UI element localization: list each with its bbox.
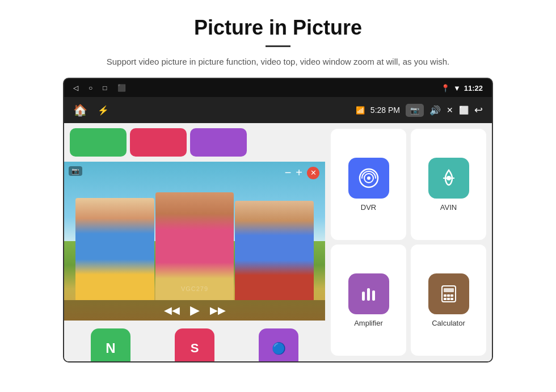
app-icon-purple[interactable] <box>190 128 247 157</box>
app-bar-right: 📶 5:28 PM 📷 🔊 ✕ ⬜ ↩ <box>356 104 483 117</box>
svg-rect-11 <box>447 294 450 297</box>
person-1 <box>75 198 154 300</box>
amplifier-icon <box>348 273 389 314</box>
play-button[interactable]: ▶ <box>190 303 200 318</box>
pip-controls[interactable]: − + ✕ <box>279 162 325 184</box>
svg-rect-14 <box>447 298 450 300</box>
title-divider <box>266 45 290 47</box>
video-area[interactable]: 📷 − + ✕ ◀◀ ▶ ▶▶ <box>64 162 325 321</box>
app-tile-dvr[interactable]: DVR <box>331 129 406 240</box>
location-icon: 📍 <box>441 84 450 92</box>
pip-panel: 📷 − + ✕ ◀◀ ▶ ▶▶ <box>64 123 325 321</box>
back-nav-icon[interactable]: ◁ <box>73 84 78 92</box>
pip-close-icon: ✕ <box>310 168 317 177</box>
signal-icon: ▼ <box>453 84 461 92</box>
recents-nav-icon[interactable]: □ <box>103 84 107 92</box>
svg-rect-6 <box>367 288 370 301</box>
camera-button[interactable]: 📷 <box>406 104 424 117</box>
svg-rect-9 <box>444 288 454 292</box>
calculator-label: Calculator <box>432 319 465 327</box>
app-item-siriusxm[interactable]: S SiriusXM <box>170 328 220 363</box>
app-bar-left: 🏠 ⚡ <box>73 103 109 117</box>
status-bar: ◁ ○ □ ⬛ 📍 ▼ 11:22 <box>64 79 492 97</box>
apps-panel: DVR AVIN <box>325 123 492 361</box>
app-tile-amplifier[interactable]: Amplifier <box>331 245 406 356</box>
home-icon[interactable]: 🏠 <box>73 103 87 117</box>
camera-icon: 📷 <box>410 106 419 115</box>
app-icon-pink[interactable] <box>130 128 187 157</box>
main-content: 📷 − + ✕ ◀◀ ▶ ▶▶ <box>64 123 492 361</box>
app-tile-calculator[interactable]: Calculator <box>411 245 486 356</box>
app-item-netflix[interactable]: N Netflix <box>86 328 136 363</box>
svg-rect-12 <box>450 294 453 297</box>
volume-icon[interactable]: 🔊 <box>429 105 441 116</box>
pip-minus-button[interactable]: − <box>285 166 292 179</box>
video-playback-controls[interactable]: ◀◀ ▶ ▶▶ <box>64 300 325 321</box>
person-3 <box>235 201 314 300</box>
page-header: Picture in Picture Support video picture… <box>0 0 556 78</box>
status-time: 11:22 <box>464 84 483 92</box>
bottom-apps-row: N Netflix S SiriusXM 🔵 Wheelkey Study <box>64 321 325 363</box>
watermark: VGC279 <box>181 285 208 292</box>
app-item-wheelkey[interactable]: 🔵 Wheelkey Study <box>254 328 304 363</box>
wifi-icon: 📶 <box>356 106 365 115</box>
pip-camera-icon: 📷 <box>71 167 79 175</box>
netflix-icon: N <box>91 328 130 363</box>
app-bar: 🏠 ⚡ 📶 5:28 PM 📷 🔊 ✕ ⬜ ↩ <box>64 97 492 123</box>
siriusxm-icon: S <box>175 328 214 363</box>
avin-icon <box>428 158 469 199</box>
people-group <box>75 187 314 300</box>
page-subtitle: Support video picture in picture functio… <box>34 55 522 69</box>
amplifier-label: Amplifier <box>354 319 383 327</box>
app-bar-time: 5:28 PM <box>370 106 400 115</box>
svg-rect-15 <box>450 298 453 300</box>
page-title: Picture in Picture <box>34 16 522 40</box>
next-button[interactable]: ▶▶ <box>210 304 226 317</box>
back-app-icon[interactable]: ↩ <box>474 104 483 116</box>
svg-rect-7 <box>372 290 375 301</box>
svg-rect-5 <box>362 292 365 301</box>
pip-close-button[interactable]: ✕ <box>307 167 319 179</box>
person-2 <box>155 192 234 300</box>
dvr-icon <box>348 158 389 199</box>
status-bar-right: 📍 ▼ 11:22 <box>441 84 483 92</box>
status-bar-nav: ◁ ○ □ ⬛ <box>73 84 126 92</box>
svg-rect-10 <box>444 294 447 297</box>
close-x-icon[interactable]: ✕ <box>447 106 453 115</box>
pip-window-icon[interactable]: ⬜ <box>459 106 469 115</box>
app-tile-avin[interactable]: AVIN <box>411 129 486 240</box>
app-icon-green[interactable] <box>70 128 127 157</box>
svg-rect-13 <box>444 298 447 300</box>
dvr-label: DVR <box>361 203 376 212</box>
svg-point-2 <box>367 176 370 180</box>
device-frame: ◁ ○ □ ⬛ 📍 ▼ 11:22 🏠 ⚡ 📶 5:28 PM 📷 🔊 ✕ ⬜ … <box>63 78 493 363</box>
usb-icon: ⚡ <box>98 105 109 116</box>
wheelkey-icon: 🔵 <box>259 328 298 363</box>
pip-plus-button[interactable]: + <box>296 166 302 179</box>
home-nav-icon[interactable]: ○ <box>89 84 92 92</box>
video-pip-label: 📷 <box>69 166 82 176</box>
avin-label: AVIN <box>440 203 457 212</box>
prev-button[interactable]: ◀◀ <box>164 304 180 317</box>
screenshot-nav-icon[interactable]: ⬛ <box>117 84 126 92</box>
calculator-icon <box>428 273 469 314</box>
